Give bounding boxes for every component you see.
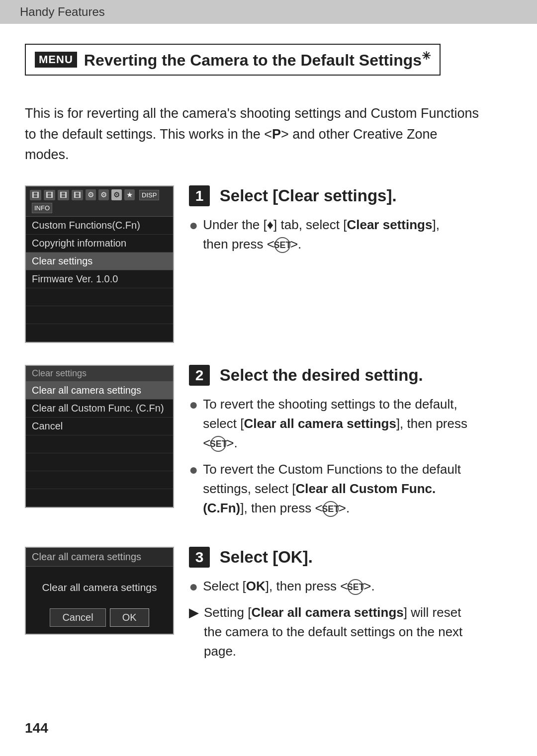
cancel-item: Cancel: [26, 418, 173, 435]
step-2-bullet-2: ● To revert the Custom Functions to the …: [189, 460, 467, 518]
menu-item-clear-settings: Clear settings: [26, 252, 173, 270]
empty-2-2: [26, 453, 173, 471]
camera-screen-1-header: 🎞 🎞 🎞 🎞 ⚙ ⚙ ⚙ ★ DISP INFO: [26, 186, 173, 217]
ok-button[interactable]: OK: [110, 608, 149, 627]
step-3-number: 3: [189, 547, 210, 568]
step-1-row: 🎞 🎞 🎞 🎞 ⚙ ⚙ ⚙ ★ DISP INFO Custom Functio…: [25, 185, 512, 343]
menu-item-copyright: Copyright information: [26, 235, 173, 252]
step-1-heading: Select [Clear settings].: [220, 186, 397, 205]
info-badge: INFO: [32, 203, 52, 213]
bullet-dot-2a: ●: [189, 395, 198, 414]
camera-screen-2: Clear settings Clear all camera settings…: [25, 365, 174, 508]
step-1-instruction: 1 Select [Clear settings]. ● Under the […: [189, 185, 512, 261]
bullet-dot-1: ●: [189, 215, 198, 235]
menu-item-empty-2: [26, 306, 173, 324]
bullet-dot-2b: ●: [189, 460, 198, 479]
cam-tab-4: 🎞: [72, 190, 83, 200]
step-3-heading-wrapper: 3 Select [OK].: [189, 547, 512, 568]
empty-2-1: [26, 435, 173, 453]
step-3-bullet-text-1: Select [OK], then press <SET>.: [203, 577, 375, 596]
step-2-instruction: 2 Select the desired setting. ● To rever…: [189, 365, 512, 525]
cam-tab-1: 🎞: [30, 190, 41, 200]
cam-tab-star: ★: [124, 189, 135, 200]
header-bar: Handy Features: [0, 0, 537, 24]
title-text: Reverting the Camera to the Default Sett…: [84, 50, 431, 70]
step-2-bullet-1: ● To revert the shooting settings to the…: [189, 395, 467, 453]
disp-badge: DISP: [139, 190, 159, 200]
menu-item-empty-3: [26, 324, 173, 342]
camera-screen-1: 🎞 🎞 🎞 🎞 ⚙ ⚙ ⚙ ★ DISP INFO Custom Functio…: [25, 185, 174, 343]
dialog-buttons: Cancel OK: [32, 608, 167, 627]
step-3-bullet-2: ▶ Setting [Clear all camera settings] wi…: [189, 603, 467, 661]
cam-tab-2: 🎞: [44, 190, 55, 200]
cam-tab-5: ⚙: [86, 189, 96, 200]
bullet-dot-3a: ●: [189, 577, 198, 596]
section-title: MENU Reverting the Camera to the Default…: [25, 44, 441, 76]
clear-all-camera: Clear all camera settings: [26, 382, 173, 400]
step-2-bullet-text-1: To revert the shooting settings to the d…: [203, 395, 467, 453]
clear-all-custom: Clear all Custom Func. (C.Fn): [26, 400, 173, 418]
empty-2-4: [26, 489, 173, 507]
dialog-screen: Clear all camera settings Clear all came…: [25, 547, 174, 635]
step-2-number: 2: [189, 365, 210, 386]
step-1-bullet-1: ● Under the [♦︎] tab, select [Clear sett…: [189, 215, 467, 254]
step-3-instruction: 3 Select [OK]. ● Select [OK], then press…: [189, 547, 512, 668]
dialog-body: Clear all camera settings Cancel OK: [26, 567, 173, 634]
step-1-number: 1: [189, 185, 210, 206]
dialog-title-bar: Clear all camera settings: [26, 548, 173, 567]
step-2-bullet-text-2: To revert the Custom Functions to the de…: [203, 460, 467, 518]
cam-tab-6: ⚙: [98, 189, 109, 200]
star-symbol: ✳: [422, 50, 431, 62]
step-1-heading-wrapper: 1 Select [Clear settings].: [189, 185, 512, 206]
step-3-heading: Select [OK].: [220, 548, 313, 566]
step-1-bullet-text: Under the [♦︎] tab, select [Clear settin…: [203, 215, 467, 254]
step-3-bullet-text-2: Setting [Clear all camera settings] will…: [204, 603, 467, 661]
header-label: Handy Features: [20, 5, 105, 18]
menu-item-empty-1: [26, 288, 173, 306]
cancel-button[interactable]: Cancel: [50, 608, 105, 627]
page-number: 144: [25, 720, 48, 736]
clear-settings-header: Clear settings: [26, 366, 173, 382]
menu-item-custom-fn: Custom Functions(C.Fn): [26, 217, 173, 235]
dialog-title-text: Clear all camera settings: [32, 551, 141, 562]
cam-tab-active: ⚙: [111, 189, 122, 200]
menu-badge: MENU: [35, 52, 77, 68]
arrow-icon: ▶: [189, 603, 199, 622]
dialog-message: Clear all camera settings: [32, 582, 167, 593]
intro-paragraph: This is for reverting all the camera's s…: [25, 103, 482, 166]
step-2-heading-wrapper: 2 Select the desired setting.: [189, 365, 512, 386]
step-3-bullet-1: ● Select [OK], then press <SET>.: [189, 577, 467, 596]
menu-item-firmware: Firmware Ver. 1.0.0: [26, 270, 173, 288]
empty-2-3: [26, 471, 173, 489]
step-3-row: Clear all camera settings Clear all came…: [25, 547, 512, 668]
step-2-heading: Select the desired setting.: [220, 366, 423, 384]
step-2-row: Clear settings Clear all camera settings…: [25, 365, 512, 525]
cam-tab-3: 🎞: [58, 190, 69, 200]
